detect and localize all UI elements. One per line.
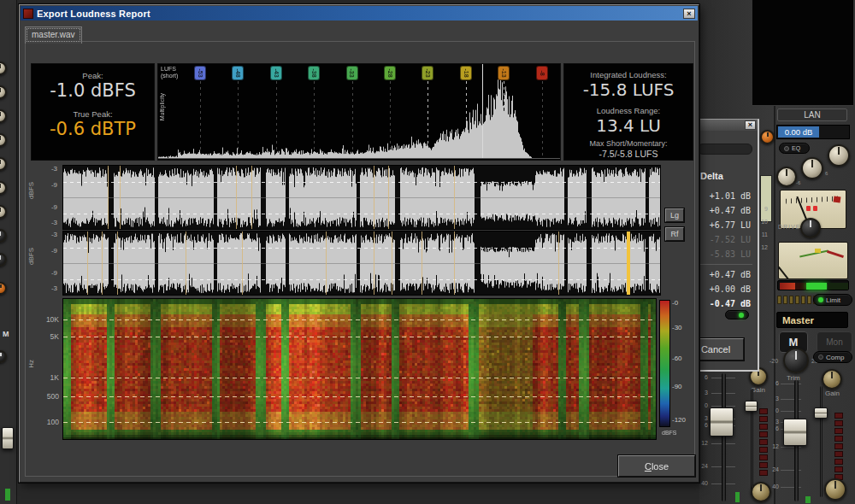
meter-led — [759, 431, 768, 437]
wave-ticks-right: -3-9-9-3 — [40, 231, 57, 296]
wave-tick-label: -3 — [40, 284, 57, 292]
knob-icon[interactable] — [0, 253, 7, 267]
led-bar-dim2 — [828, 283, 848, 290]
max-short-label: Max Short/Momentary: — [564, 139, 693, 148]
tab-master-wav[interactable]: master.wav — [25, 26, 82, 44]
bottom-knob[interactable] — [751, 482, 771, 502]
peak-box: Peak: -1.0 dBFS True Peak: -0.6 dBTP — [31, 63, 155, 161]
knob-max-label: 6 — [825, 171, 828, 176]
knob-icon[interactable] — [0, 350, 7, 363]
delta-separator — [698, 264, 752, 265]
delta-row-value: -0.47 dB — [710, 299, 751, 308]
fader-track[interactable] — [722, 373, 726, 501]
knob-icon[interactable] — [0, 157, 7, 171]
mini-fader-track[interactable] — [820, 386, 823, 497]
spectrogram-canvas — [63, 299, 656, 439]
eq-high-knob[interactable] — [828, 144, 850, 167]
knob-icon[interactable] — [0, 85, 7, 99]
integrated-label: Integrated Loudness: — [564, 70, 693, 79]
wave-tick-label: -3 — [40, 231, 57, 238]
histogram-axis-label: Multiplicity — [159, 93, 165, 120]
colorbar-tick-label: -0 — [672, 299, 678, 307]
wave-tick-label: -9 — [40, 247, 57, 255]
meter-led — [834, 466, 843, 472]
knob-icon[interactable] — [0, 181, 7, 195]
colorbar-tick-label: -120 — [672, 416, 686, 424]
delta-row-value: -7.52 LU — [710, 235, 751, 244]
app-icon — [23, 9, 33, 19]
bottom-knob[interactable] — [824, 478, 846, 501]
meter-led — [834, 420, 843, 426]
frequency-tick-label: 5K — [35, 332, 59, 341]
export-loudness-dialog: Export Loudness Report × master.wav Peak… — [19, 4, 699, 483]
frequency-ticks: 10K5K1K500100 — [35, 298, 59, 438]
waveform-right — [62, 231, 661, 296]
mini-fader-handle[interactable] — [745, 401, 758, 412]
loudness-summary-box: Integrated Loudness: -15.8 LUFS Loudness… — [563, 63, 693, 161]
meter-led — [834, 443, 843, 449]
limit-button[interactable]: Limit — [813, 294, 852, 306]
delta-row-value: +1.01 dB — [710, 191, 751, 201]
colorbar-tick-label: -60 — [672, 355, 682, 362]
close-label: Close — [645, 461, 669, 472]
meter-led — [834, 459, 843, 465]
vu-led — [806, 206, 811, 211]
dialog-titlebar[interactable]: Export Loudness Report × — [21, 6, 698, 21]
gain-knob[interactable] — [822, 369, 842, 390]
fader-handle[interactable] — [2, 427, 14, 449]
peak-label: Peak: — [32, 71, 154, 80]
dialog-close-button[interactable]: × — [683, 9, 695, 19]
wave-ticks-left: -3-9-9-3 — [40, 165, 57, 230]
vu-led — [813, 206, 817, 211]
fader-handle[interactable] — [783, 419, 807, 446]
dialog-title: Export Loudness Report — [37, 9, 150, 19]
meter-led-column — [759, 408, 770, 485]
lg-button[interactable]: Lg — [665, 208, 684, 222]
spectrogram — [62, 298, 657, 440]
delta-row-value: +0.00 dB — [710, 284, 751, 294]
meter-led — [759, 408, 768, 414]
meter-led — [759, 447, 768, 453]
lufs-label: LUFS — [161, 66, 178, 73]
integrated-value: -15.8 LUFS — [564, 79, 693, 100]
close-button[interactable]: Close — [618, 455, 695, 477]
meter-led — [759, 424, 768, 430]
delta-row-value: +0.47 dB — [710, 206, 751, 215]
delta-status-pill — [725, 310, 749, 319]
left-strip-mute-label[interactable]: M — [3, 330, 9, 338]
orange-knob-icon[interactable] — [0, 282, 7, 295]
signal-led — [5, 489, 10, 501]
colorbar-tick-label: -90 — [672, 383, 682, 390]
cancel-label: Cancel — [701, 344, 730, 355]
waveform-right-canvas — [63, 231, 660, 295]
delta-row-value: +0.47 dB — [710, 270, 751, 279]
meter-red-arc — [827, 250, 844, 258]
waveform-left — [62, 165, 661, 230]
rf-button[interactable]: Rf — [665, 227, 684, 241]
range-label: Loudness Range: — [564, 106, 693, 115]
delta-row-value: -5.83 LU — [710, 249, 751, 259]
meter-led — [759, 470, 768, 476]
comp-led-icon — [818, 355, 823, 360]
frequency-tick-label: 1K — [35, 373, 59, 382]
fader-handle[interactable] — [710, 407, 734, 437]
knob-icon[interactable] — [0, 229, 7, 243]
mini-fader-handle[interactable] — [814, 407, 828, 419]
max-short-value: -7.5/-5.8 LUFS — [564, 149, 693, 159]
meter-led — [759, 439, 768, 445]
knob-icon[interactable] — [0, 133, 7, 147]
meter-led — [834, 428, 843, 434]
knob-icon[interactable] — [0, 109, 7, 123]
limit-label: Limit — [826, 296, 840, 304]
frequency-tick-label: 500 — [35, 392, 59, 401]
meter-led — [759, 454, 768, 460]
wave-tick-label: -9 — [40, 181, 57, 189]
fader-scale-label: 6 — [765, 380, 779, 386]
histogram-canvas — [158, 64, 560, 160]
gain-label: Gain — [825, 390, 840, 397]
comp-button[interactable]: Comp — [813, 351, 852, 363]
knob-icon[interactable] — [0, 62, 7, 75]
wave-tick-label: -3 — [40, 219, 57, 226]
mon-button[interactable]: Mon — [817, 331, 852, 353]
knob-icon[interactable] — [0, 205, 7, 219]
